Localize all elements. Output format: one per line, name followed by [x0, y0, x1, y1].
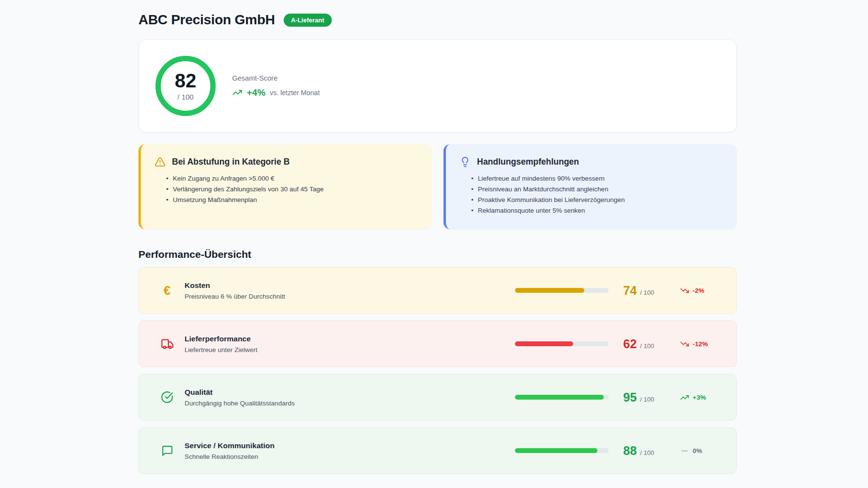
progress-fill [515, 395, 604, 400]
row-score-max: / 100 [640, 449, 654, 456]
overall-score-value: 82 [175, 71, 197, 90]
row-title: Lieferperformance [185, 335, 257, 343]
warning-item: Kein Zugang zu Anfragen >5.000 € [166, 173, 418, 184]
recommendation-items: Liefertreue auf mindestens 90% verbesser… [460, 173, 723, 216]
row-score-max: / 100 [640, 289, 654, 296]
recommendation-item: Proaktive Kommunikation bei Lieferverzög… [471, 195, 723, 205]
row-trend: +3% [680, 393, 725, 402]
row-title: Kosten [185, 281, 285, 290]
supplier-scorecard-page: ABC Precision GmbH A-Lieferant 82 / 100 … [138, 0, 737, 474]
euro-icon: € [160, 284, 174, 297]
row-subtitle: Liefertreue unter Zielwert [185, 346, 257, 353]
recommendations-panel: Handlungsempfehlungen Liefertreue auf mi… [443, 144, 737, 229]
row-text: Service / Kommunikation Schnelle Reaktio… [185, 441, 274, 460]
trending-up-icon [232, 87, 242, 98]
row-trend-value: -12% [693, 340, 708, 348]
row-subtitle: Durchgängig hohe Qualitätsstandards [185, 400, 295, 407]
overall-score-max: / 100 [177, 93, 193, 101]
minus-icon [680, 446, 689, 455]
score-trend-label: vs. letzter Monat [270, 89, 320, 97]
score-info: Gesamt-Score +4% vs. letzter Monat [232, 74, 320, 98]
recommendation-item: Liefertreue auf mindestens 90% verbesser… [471, 173, 723, 184]
warning-item: Verlängerung des Zahlungsziels von 30 au… [166, 184, 418, 195]
row-trend-value: 0% [693, 447, 702, 454]
score-trend: +4% vs. letzter Monat [232, 87, 320, 98]
recommendation-item: Preisniveau an Marktdurchschnitt angleic… [471, 184, 723, 195]
row-subtitle: Preisniveau 6 % über Durchschnitt [185, 293, 285, 300]
warning-panel-header: Bei Abstufung in Kategorie B [154, 156, 418, 168]
row-score-value: 62 [623, 337, 637, 351]
check-circle-icon [160, 391, 174, 404]
performance-row-qualitaet: Qualität Durchgängig hohe Qualitätsstand… [138, 374, 737, 421]
progress-fill [515, 448, 597, 453]
row-title: Qualität [185, 388, 295, 397]
row-trend: -2% [680, 286, 725, 295]
score-label: Gesamt-Score [232, 74, 320, 82]
trending-up-icon [680, 393, 689, 402]
progress-fill [515, 341, 573, 346]
chat-bubble-icon [160, 445, 174, 457]
score-ring: 82 / 100 [155, 56, 216, 116]
row-title: Service / Kommunikation [185, 441, 274, 450]
performance-section-title: Performance-Übersicht [138, 249, 737, 260]
row-trend-value: -2% [693, 287, 704, 294]
row-score: 95 / 100 [623, 390, 680, 404]
row-score-value: 88 [623, 444, 637, 458]
warning-triangle-icon [154, 156, 166, 168]
overall-score-card: 82 / 100 Gesamt-Score +4% vs. letzter Mo… [138, 39, 737, 133]
performance-row-kosten: € Kosten Preisniveau 6 % über Durchschni… [138, 267, 737, 314]
warning-panel-title: Bei Abstufung in Kategorie B [172, 157, 289, 167]
page-title: ABC Precision GmbH [138, 12, 275, 28]
row-score: 74 / 100 [623, 284, 680, 298]
recommendations-panel-header: Handlungsempfehlungen [460, 156, 723, 168]
lightbulb-icon [460, 156, 471, 168]
warning-item: Umsetzung Maßnahmenplan [166, 195, 418, 205]
progress-track [515, 288, 609, 293]
progress-track [515, 448, 609, 453]
row-score: 62 / 100 [623, 337, 680, 351]
row-text: Lieferperformance Liefertreue unter Ziel… [185, 335, 257, 353]
alert-panels: Bei Abstufung in Kategorie B Kein Zugang… [138, 144, 737, 229]
downgrade-warning-panel: Bei Abstufung in Kategorie B Kein Zugang… [138, 144, 432, 229]
trending-down-icon [680, 286, 689, 295]
progress-track [515, 395, 609, 400]
progress-fill [515, 288, 584, 293]
row-text: Qualität Durchgängig hohe Qualitätsstand… [185, 388, 295, 407]
performance-row-lieferperformance: Lieferperformance Liefertreue unter Ziel… [138, 320, 737, 367]
score-trend-value: +4% [247, 87, 266, 98]
row-score-value: 74 [623, 284, 637, 298]
truck-icon [160, 337, 174, 351]
supplier-category-badge: A-Lieferant [284, 14, 332, 27]
row-score-max: / 100 [640, 396, 654, 403]
header: ABC Precision GmbH A-Lieferant [138, 12, 737, 28]
recommendations-panel-title: Handlungsempfehlungen [477, 157, 579, 167]
row-subtitle: Schnelle Reaktionszeiten [185, 453, 274, 460]
recommendation-item: Reklamationsquote unter 5% senken [471, 205, 723, 216]
row-trend: 0% [680, 446, 725, 455]
row-score-value: 95 [623, 390, 637, 404]
trending-down-icon [680, 339, 689, 349]
performance-row-service: Service / Kommunikation Schnelle Reaktio… [138, 427, 737, 474]
row-text: Kosten Preisniveau 6 % über Durchschnitt [185, 281, 285, 300]
row-trend-value: +3% [693, 394, 706, 401]
warning-items: Kein Zugang zu Anfragen >5.000 € Verläng… [154, 173, 418, 205]
progress-track [515, 341, 609, 346]
row-score-max: / 100 [640, 342, 654, 350]
row-score: 88 / 100 [623, 444, 680, 458]
row-trend: -12% [680, 339, 725, 349]
